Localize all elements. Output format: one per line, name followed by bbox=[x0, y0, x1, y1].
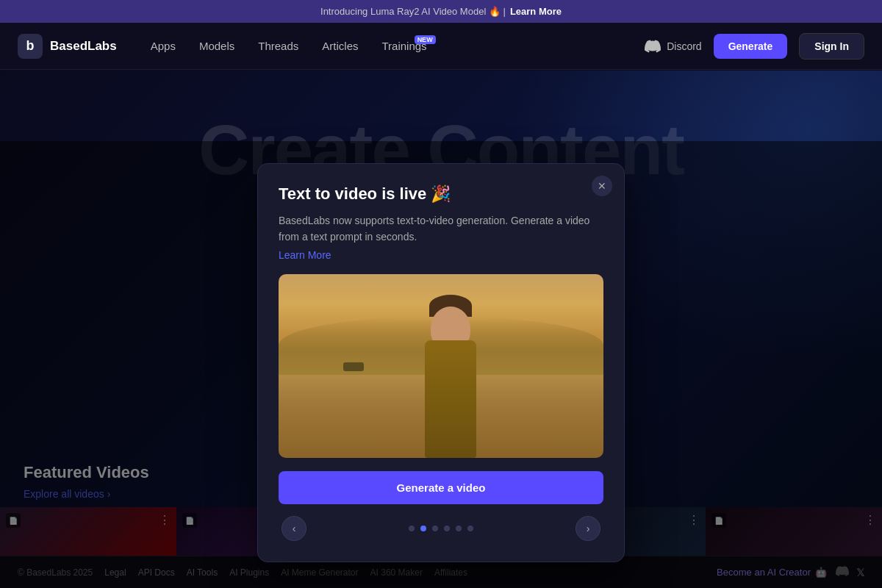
carousel-dot-4[interactable] bbox=[444, 526, 450, 531]
carousel-prev-button[interactable]: ‹ bbox=[282, 516, 306, 541]
new-badge: NEW bbox=[415, 35, 436, 44]
nav-apps[interactable]: Apps bbox=[140, 34, 186, 58]
modal-backdrop: ✕ Text to video is live 🎉 BasedLabs now … bbox=[0, 141, 882, 588]
modal-learn-more-link[interactable]: Learn More bbox=[279, 249, 331, 261]
carousel-dot-2[interactable] bbox=[420, 526, 426, 531]
logo[interactable]: b BasedLabs bbox=[18, 34, 117, 59]
discord-icon bbox=[645, 38, 661, 54]
nav-trainings[interactable]: Trainings NEW bbox=[371, 34, 437, 58]
carousel-next-button[interactable]: › bbox=[576, 516, 600, 541]
announcement-text: Introducing Luma Ray2 AI Video Model 🔥 | bbox=[320, 6, 506, 17]
carousel-dot-3[interactable] bbox=[432, 526, 438, 531]
carousel-dot-6[interactable] bbox=[467, 526, 473, 531]
logo-icon: b bbox=[18, 34, 43, 59]
nav-articles[interactable]: Articles bbox=[312, 34, 368, 58]
main-background: Create Content Quit paying for multiple … bbox=[0, 71, 882, 588]
generate-button[interactable]: Generate bbox=[714, 34, 788, 59]
vehicle-far bbox=[343, 362, 364, 371]
nav-threads[interactable]: Threads bbox=[248, 34, 309, 58]
discord-button[interactable]: Discord bbox=[645, 38, 701, 54]
desert-figure bbox=[403, 296, 498, 458]
announcement-bar: Introducing Luma Ray2 AI Video Model 🔥 |… bbox=[0, 0, 882, 23]
figure-body bbox=[425, 340, 476, 458]
modal-close-button[interactable]: ✕ bbox=[592, 176, 612, 196]
modal-generate-button[interactable]: Generate a video bbox=[279, 471, 603, 504]
carousel-dots bbox=[409, 526, 473, 531]
carousel-dot-5[interactable] bbox=[456, 526, 462, 531]
modal-image bbox=[279, 274, 603, 458]
logo-text: BasedLabs bbox=[50, 39, 117, 54]
modal-title: Text to video is live 🎉 bbox=[279, 184, 603, 204]
nav-models[interactable]: Models bbox=[189, 34, 245, 58]
navbar: b BasedLabs Apps Models Threads Articles… bbox=[0, 23, 882, 70]
modal-description: BasedLabs now supports text-to-video gen… bbox=[279, 212, 603, 245]
desert-scene bbox=[279, 274, 603, 458]
nav-links: Apps Models Threads Articles Trainings N… bbox=[140, 34, 645, 58]
nav-right: Discord Generate Sign In bbox=[645, 33, 864, 60]
modal: ✕ Text to video is live 🎉 BasedLabs now … bbox=[257, 163, 625, 562]
carousel-nav: ‹ › bbox=[279, 516, 603, 541]
discord-label: Discord bbox=[667, 40, 701, 52]
signin-button[interactable]: Sign In bbox=[799, 33, 864, 60]
carousel-dot-1[interactable] bbox=[409, 526, 415, 531]
announcement-learn-more[interactable]: Learn More bbox=[510, 6, 562, 17]
